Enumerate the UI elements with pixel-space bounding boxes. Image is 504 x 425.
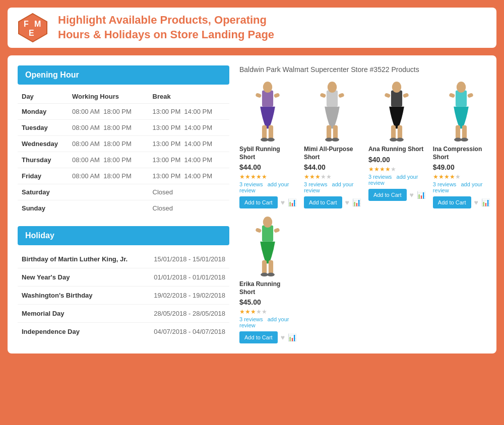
holiday-header: Holiday: [18, 226, 229, 245]
working-hours-cell: 08:00 AM 18:00 PM: [68, 104, 149, 120]
svg-rect-13: [327, 125, 331, 139]
compare-icon[interactable]: 📊: [288, 333, 296, 341]
svg-rect-12: [327, 90, 338, 106]
reviews-line: 3 reviews add your review: [239, 181, 296, 193]
break-cell: Closed: [149, 200, 229, 217]
wishlist-icon[interactable]: ♥: [410, 191, 414, 199]
day-cell: Sunday: [18, 200, 68, 217]
compare-icon[interactable]: 📊: [417, 191, 425, 199]
holiday-name: Washington's Birthday: [18, 287, 142, 305]
svg-point-8: [268, 138, 275, 141]
break-cell: 13:00 PM 14:00 PM: [149, 136, 229, 152]
table-row: SaturdayClosed: [18, 184, 229, 200]
day-cell: Thursday: [18, 152, 68, 168]
svg-rect-34: [467, 93, 474, 98]
opening-hour-header: Opening Hour: [18, 65, 229, 85]
wishlist-icon[interactable]: ♥: [474, 198, 478, 206]
table-row: New Year's Day01/01/2018 - 01/01/2018: [18, 268, 229, 287]
wishlist-icon[interactable]: ♥: [281, 333, 285, 341]
svg-rect-29: [456, 125, 460, 139]
star-rating: ★★★★★: [239, 173, 267, 180]
reviews-line: 3 reviews add your review: [239, 316, 296, 328]
add-to-cart-button[interactable]: Add to Cart: [368, 189, 407, 201]
table-row: Thursday08:00 AM 18:00 PM13:00 PM 14:00 …: [18, 152, 229, 168]
product-name: Sybil Running Short: [239, 146, 296, 161]
star-rating: ★★★★★: [368, 166, 396, 173]
add-to-cart-button[interactable]: Add to Cart: [433, 196, 471, 208]
break-cell: 13:00 PM 14:00 PM: [149, 168, 229, 184]
product-actions: Add to Cart ♥ 📊: [368, 189, 425, 201]
svg-point-15: [326, 138, 333, 141]
main-card: Opening Hour Day Working Hours Break Mon…: [8, 55, 496, 353]
holiday-dates: 04/07/2018 - 04/07/2018: [142, 323, 229, 341]
working-hours-cell: [68, 200, 149, 217]
page-title: Highlight Available Products, Operating …: [58, 13, 274, 42]
svg-rect-5: [262, 125, 267, 139]
break-cell: Closed: [149, 184, 229, 200]
svg-rect-33: [449, 93, 456, 98]
product-card: Erika Running Short $45.00 ★★★★★ 3 revie…: [239, 216, 296, 343]
break-cell: 13:00 PM 14:00 PM: [149, 120, 229, 136]
svg-rect-22: [398, 125, 402, 139]
col-break: Break: [149, 90, 229, 104]
review-count: 3 reviews: [433, 181, 456, 187]
working-hours-cell: 08:00 AM 18:00 PM: [68, 168, 149, 184]
svg-rect-18: [338, 93, 345, 98]
holiday-name: Memorial Day: [18, 305, 142, 323]
product-actions: Add to Cart ♥ 📊: [239, 196, 296, 208]
review-count: 3 reviews: [239, 316, 263, 322]
day-cell: Wednesday: [18, 136, 68, 152]
wishlist-icon[interactable]: ♥: [281, 198, 285, 206]
product-actions: Add to Cart ♥ 📊: [433, 196, 490, 208]
empty-product-slot: [433, 216, 490, 343]
product-actions: Add to Cart ♥ 📊: [304, 196, 361, 208]
products-grid-row2: Erika Running Short $45.00 ★★★★★ 3 revie…: [239, 216, 490, 343]
review-count: 3 reviews: [304, 181, 327, 187]
day-cell: Friday: [18, 168, 68, 184]
col-day: Day: [18, 90, 68, 104]
product-price: $49.00: [433, 163, 455, 171]
product-actions: Add to Cart ♥ 📊: [239, 331, 296, 343]
product-name: Erika Running Short: [239, 280, 296, 296]
holiday-name: Independence Day: [18, 323, 142, 341]
compare-icon[interactable]: 📊: [481, 198, 490, 206]
svg-rect-42: [274, 228, 280, 233]
table-row: Birthday of Martin Luther King, Jr.15/01…: [18, 250, 229, 268]
review-count: 3 reviews: [239, 181, 263, 187]
svg-rect-9: [256, 93, 262, 98]
reviews-line: 3 reviews add your review: [304, 181, 361, 193]
svg-point-27: [392, 82, 401, 93]
svg-point-24: [396, 138, 404, 141]
add-to-cart-button[interactable]: Add to Cart: [304, 196, 342, 208]
svg-point-39: [261, 273, 269, 276]
compare-icon[interactable]: 📊: [352, 198, 361, 206]
working-hours-cell: 08:00 AM 18:00 PM: [68, 120, 149, 136]
break-cell: 13:00 PM 14:00 PM: [149, 152, 229, 168]
product-image: [239, 81, 296, 141]
svg-rect-20: [391, 90, 402, 106]
empty-product-slot: [368, 216, 425, 343]
add-to-cart-button[interactable]: Add to Cart: [239, 331, 278, 343]
day-cell: Tuesday: [18, 120, 68, 136]
product-image: [368, 81, 425, 141]
svg-rect-14: [333, 125, 338, 139]
logo: F M E: [18, 13, 48, 43]
day-cell: Saturday: [18, 184, 68, 200]
add-to-cart-button[interactable]: Add to Cart: [239, 196, 278, 208]
table-row: SundayClosed: [18, 200, 229, 217]
product-price: $45.00: [239, 298, 261, 306]
svg-point-43: [263, 217, 272, 228]
holiday-name: Birthday of Martin Luther King, Jr.: [18, 250, 142, 268]
wishlist-icon[interactable]: ♥: [345, 198, 349, 206]
hours-table: Day Working Hours Break Monday08:00 AM 1…: [18, 90, 229, 216]
table-row: Washington's Birthday19/02/2018 - 19/02/…: [18, 287, 229, 305]
svg-point-35: [457, 82, 466, 93]
store-title: Baldwin Park Walmart Supercenter Store #…: [239, 65, 490, 74]
product-price: $40.00: [368, 156, 390, 164]
holiday-table: Birthday of Martin Luther King, Jr.15/01…: [18, 250, 229, 340]
svg-rect-25: [385, 93, 391, 98]
table-row: Friday08:00 AM 18:00 PM13:00 PM 14:00 PM: [18, 168, 229, 184]
compare-icon[interactable]: 📊: [288, 198, 296, 206]
table-row: Tuesday08:00 AM 18:00 PM13:00 PM 14:00 P…: [18, 120, 229, 136]
svg-text:M: M: [34, 20, 41, 28]
